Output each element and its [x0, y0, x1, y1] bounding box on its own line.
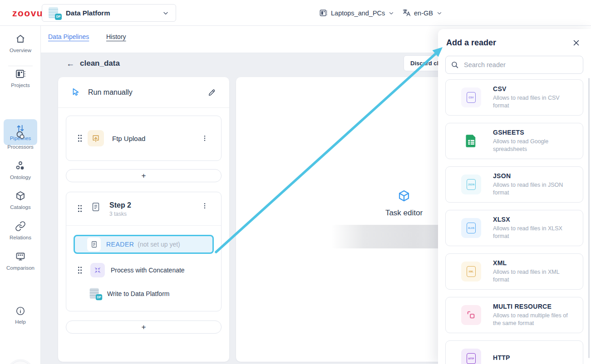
drag-handle-icon[interactable] — [77, 204, 83, 213]
step-card-ftp-upload[interactable]: Ftp Upload — [66, 116, 222, 161]
xlsx-file-icon: XLXS — [461, 218, 481, 238]
step-title: Ftp Upload — [112, 135, 145, 142]
translate-icon — [402, 9, 411, 17]
sidebar-item-relations[interactable]: Relations — [0, 221, 41, 240]
step-title: Step 2 — [109, 201, 131, 209]
divider — [66, 225, 221, 226]
add-step-button[interactable]: + — [66, 320, 222, 334]
data-platform-icon: DP — [49, 7, 60, 19]
sidebar-divider — [8, 66, 33, 66]
multi-resource-icon — [461, 305, 481, 325]
ontology-icon — [15, 160, 26, 171]
sidebar-item-processors[interactable]: Processors — [0, 130, 41, 150]
sidebar-item-help[interactable]: Help — [0, 306, 41, 325]
home-icon — [15, 34, 26, 44]
cursor-icon — [71, 87, 81, 97]
reader-card-gsheets[interactable]: GSHEETS Allows to read Google spreadshee… — [445, 123, 583, 159]
language-selector-label: en-GB — [414, 10, 433, 17]
document-icon — [91, 202, 100, 212]
sidebar-item-comparison[interactable]: Comparison — [0, 251, 41, 271]
reader-card-json[interactable]: JSON JSON Allows to read files in JSON f… — [445, 166, 583, 203]
task-row-reader-selected[interactable]: READER (not set up yet) — [74, 235, 214, 254]
search-reader-input[interactable] — [445, 56, 583, 74]
json-file-icon: JSON — [461, 175, 481, 194]
workspace-selector-dropdown[interactable]: Laptops_and_PCs — [319, 0, 394, 26]
kebab-menu-icon[interactable] — [201, 201, 208, 210]
gsheets-icon — [461, 131, 481, 151]
step-task-count: 3 tasks — [109, 211, 131, 217]
cube-icon — [398, 189, 410, 202]
projects-icon — [15, 68, 26, 79]
trigger-label: Run manually — [88, 88, 133, 97]
task-row-concatenate[interactable]: Process with Concatenate — [66, 260, 221, 280]
reader-card-xlsx[interactable]: XLXS XLSX Allows to read files in XLSX f… — [445, 210, 583, 246]
app-selector-label: Data Platform — [66, 9, 110, 17]
chevron-down-icon — [162, 10, 169, 17]
trigger-row: Run manually — [58, 77, 229, 108]
task-label: Process with Concatenate — [111, 267, 185, 274]
concatenate-icon — [90, 263, 105, 277]
search-icon — [451, 61, 459, 69]
xml-file-icon: XML — [461, 262, 481, 281]
link-icon — [15, 221, 26, 232]
kebab-menu-icon[interactable] — [201, 134, 208, 143]
reader-card-multi-resource[interactable]: MULTI RESOURCE Allows to read multiple f… — [445, 297, 583, 333]
chevron-down-icon — [436, 10, 443, 16]
scrollbar-thumb[interactable] — [588, 78, 590, 358]
back-arrow-icon[interactable]: ← — [66, 59, 74, 68]
sidebar-item-overview[interactable]: Overview — [0, 34, 41, 53]
page-title: clean_data — [80, 59, 120, 68]
workspace-selector-label: Laptops_and_PCs — [331, 10, 385, 17]
search-reader-field — [445, 56, 583, 74]
pipeline-panel: Run manually Ftp Upload + Step 2 3 tasks… — [58, 77, 229, 362]
reader-card-http[interactable]: HTTP HTTP — [445, 340, 583, 364]
task-label: READER — [106, 241, 134, 248]
top-bar: zoovu DP Data Platform Laptops_and_PCs e… — [0, 0, 591, 26]
sidebar-item-catalogs[interactable]: Catalogs — [0, 190, 41, 210]
add-reader-panel: Add a reader CSV CSV Allows to read file… — [438, 29, 591, 364]
avatar[interactable]: AZ — [9, 361, 32, 364]
add-step-button[interactable]: + — [66, 169, 222, 182]
reader-card-xml[interactable]: XML XML Allows to read files in XML form… — [445, 253, 583, 290]
ftp-upload-icon — [88, 130, 104, 146]
reader-card-csv[interactable]: CSV CSV Allows to read files in CSV form… — [445, 79, 583, 116]
data-platform-icon: DP — [90, 288, 101, 300]
csv-file-icon: CSV — [461, 87, 481, 107]
chevron-down-icon — [388, 10, 394, 16]
catalog-chip-icon — [319, 9, 328, 17]
info-icon — [15, 306, 25, 316]
reader-list: CSV CSV Allows to read files in CSV form… — [438, 79, 591, 364]
sidebar-nav: Overview Projects Pipelines Processors O… — [0, 26, 41, 364]
app-selector-dropdown[interactable]: DP Data Platform — [42, 4, 176, 22]
monitor-icon — [15, 251, 26, 262]
zoovu-logo: zoovu — [12, 8, 43, 19]
close-icon[interactable] — [572, 39, 580, 47]
processors-icon — [15, 130, 26, 141]
tab-data-pipelines[interactable]: Data Pipelines — [48, 33, 89, 40]
drag-handle-icon[interactable] — [77, 134, 83, 143]
edit-pencil-icon[interactable] — [208, 88, 217, 97]
document-icon — [87, 238, 101, 251]
cube-icon — [15, 190, 26, 201]
http-file-icon: HTTP — [461, 349, 481, 364]
task-row-write-platform[interactable]: DP Write to Data Platform — [66, 284, 221, 304]
panel-title: Add a reader — [446, 38, 496, 48]
language-selector-dropdown[interactable]: en-GB — [402, 0, 443, 26]
step-card-step-2[interactable]: Step 2 3 tasks READER (not set up yet) P… — [66, 192, 222, 311]
task-label: Write to Data Platform — [107, 290, 169, 297]
step2-header: Step 2 3 tasks — [66, 192, 221, 223]
drag-handle-icon[interactable] — [77, 266, 83, 275]
tab-history[interactable]: History — [106, 33, 126, 40]
sidebar-item-projects[interactable]: Projects — [0, 68, 41, 88]
sidebar-item-ontology[interactable]: Ontology — [0, 160, 41, 180]
task-note: (not set up yet) — [138, 241, 180, 248]
